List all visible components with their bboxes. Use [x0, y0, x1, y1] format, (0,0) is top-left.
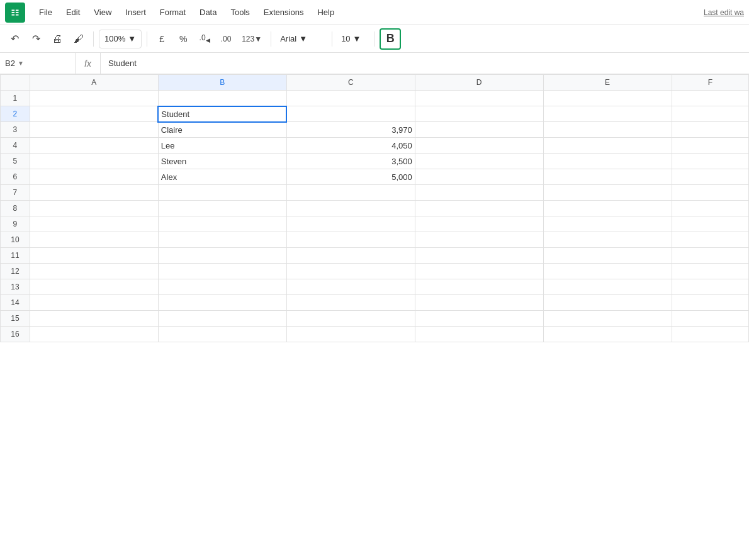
cell-c5[interactable]: 3,500	[286, 154, 415, 169]
format-button[interactable]: 123 ▼	[238, 30, 266, 48]
print-button[interactable]: 🖨	[48, 30, 67, 48]
cell-b14[interactable]	[158, 295, 286, 311]
cell-d14[interactable]	[415, 295, 543, 311]
cell-c15[interactable]	[286, 311, 415, 327]
cell-b9[interactable]	[158, 216, 286, 232]
cell-f13[interactable]	[672, 279, 748, 295]
cell-e15[interactable]	[543, 311, 672, 327]
cell-e11[interactable]	[543, 248, 672, 264]
menu-help[interactable]: Help	[311, 5, 341, 20]
cell-c8[interactable]	[286, 201, 415, 216]
cell-e10[interactable]	[543, 232, 672, 248]
decimal-less-button[interactable]: .0◀	[195, 30, 214, 48]
cell-e6[interactable]	[543, 169, 672, 185]
cell-f16[interactable]	[672, 327, 748, 342]
cell-a9[interactable]	[30, 216, 158, 232]
cell-a6[interactable]	[30, 169, 158, 185]
cell-b8[interactable]	[158, 201, 286, 216]
cell-a16[interactable]	[30, 327, 158, 342]
cell-f4[interactable]	[672, 138, 748, 154]
cell-d15[interactable]	[415, 311, 543, 327]
cell-c16[interactable]	[286, 327, 415, 342]
cell-f2[interactable]	[672, 106, 748, 122]
cell-c11[interactable]	[286, 248, 415, 264]
last-edit-label[interactable]: Last edit wa	[704, 8, 744, 17]
cell-f15[interactable]	[672, 311, 748, 327]
cell-b10[interactable]	[158, 232, 286, 248]
cell-e8[interactable]	[543, 201, 672, 216]
redo-button[interactable]: ↷	[26, 30, 45, 48]
cell-a10[interactable]	[30, 232, 158, 248]
cell-c7[interactable]	[286, 185, 415, 201]
grid-scroll-area[interactable]: A B C D E F 12Student3Claire3,9704Lee4,0…	[0, 74, 749, 560]
font-size-selector[interactable]: 10 ▼	[337, 30, 369, 48]
cell-e2[interactable]	[543, 106, 672, 122]
menu-data[interactable]: Data	[193, 5, 223, 20]
font-selector[interactable]: Arial ▼	[276, 30, 327, 48]
cell-a15[interactable]	[30, 311, 158, 327]
menu-format[interactable]: Format	[154, 5, 192, 20]
cell-b11[interactable]	[158, 248, 286, 264]
cell-b4[interactable]: Lee	[158, 138, 286, 154]
percent-button[interactable]: %	[174, 30, 193, 48]
col-header-e[interactable]: E	[543, 75, 672, 91]
cell-c10[interactable]	[286, 232, 415, 248]
cell-a4[interactable]	[30, 138, 158, 154]
col-header-b[interactable]: B	[158, 75, 286, 91]
menu-extensions[interactable]: Extensions	[257, 5, 310, 20]
menu-edit[interactable]: Edit	[60, 5, 86, 20]
bold-button[interactable]: B	[380, 28, 401, 50]
cell-e13[interactable]	[543, 279, 672, 295]
cell-a1[interactable]	[30, 91, 158, 106]
cell-f8[interactable]	[672, 201, 748, 216]
cell-d11[interactable]	[415, 248, 543, 264]
cell-b5[interactable]: Steven	[158, 154, 286, 169]
cell-c14[interactable]	[286, 295, 415, 311]
cell-e9[interactable]	[543, 216, 672, 232]
cell-e3[interactable]	[543, 122, 672, 138]
cell-b16[interactable]	[158, 327, 286, 342]
col-header-c[interactable]: C	[286, 75, 415, 91]
cell-f14[interactable]	[672, 295, 748, 311]
cell-a2[interactable]	[30, 106, 158, 122]
paint-format-button[interactable]: 🖌	[69, 30, 88, 48]
cell-f12[interactable]	[672, 264, 748, 279]
cell-a12[interactable]	[30, 264, 158, 279]
cell-c4[interactable]: 4,050	[286, 138, 415, 154]
cell-e12[interactable]	[543, 264, 672, 279]
cell-b15[interactable]	[158, 311, 286, 327]
cell-d5[interactable]	[415, 154, 543, 169]
cell-b1[interactable]	[158, 91, 286, 106]
cell-a3[interactable]	[30, 122, 158, 138]
cell-c6[interactable]: 5,000	[286, 169, 415, 185]
cell-c3[interactable]: 3,970	[286, 122, 415, 138]
cell-b7[interactable]	[158, 185, 286, 201]
cell-d4[interactable]	[415, 138, 543, 154]
currency-button[interactable]: £	[152, 30, 171, 48]
fx-button[interactable]: fx	[76, 53, 101, 74]
menu-file[interactable]: File	[33, 5, 59, 20]
formula-input[interactable]: Student	[101, 59, 749, 68]
cell-e5[interactable]	[543, 154, 672, 169]
cell-e16[interactable]	[543, 327, 672, 342]
col-header-d[interactable]: D	[415, 75, 543, 91]
cell-c9[interactable]	[286, 216, 415, 232]
cell-a8[interactable]	[30, 201, 158, 216]
cell-b2[interactable]: Student	[158, 106, 286, 122]
cell-b3[interactable]: Claire	[158, 122, 286, 138]
cell-d9[interactable]	[415, 216, 543, 232]
cell-c12[interactable]	[286, 264, 415, 279]
cell-e4[interactable]	[543, 138, 672, 154]
menu-view[interactable]: View	[87, 5, 118, 20]
col-header-a[interactable]: A	[30, 75, 158, 91]
cell-d2[interactable]	[415, 106, 543, 122]
cell-b12[interactable]	[158, 264, 286, 279]
cell-c1[interactable]	[286, 91, 415, 106]
cell-e1[interactable]	[543, 91, 672, 106]
cell-reference-box[interactable]: B2 ▼	[0, 53, 76, 74]
cell-d8[interactable]	[415, 201, 543, 216]
decimal-more-button[interactable]: .00	[217, 30, 235, 48]
cell-f9[interactable]	[672, 216, 748, 232]
cell-a11[interactable]	[30, 248, 158, 264]
cell-d13[interactable]	[415, 279, 543, 295]
